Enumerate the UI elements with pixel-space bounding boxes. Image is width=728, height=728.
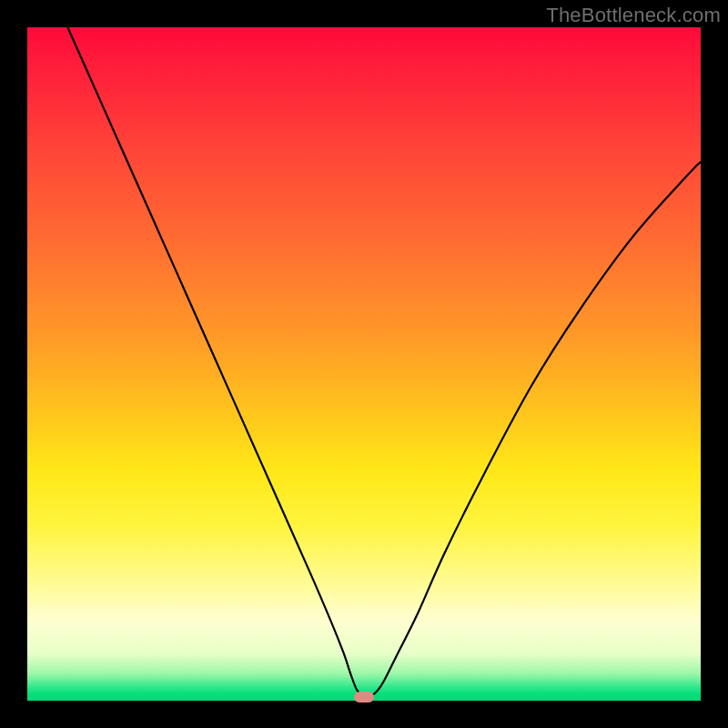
minimum-marker — [354, 692, 374, 703]
chart-frame: TheBottleneck.com — [0, 0, 728, 728]
plot-area — [27, 27, 701, 701]
bottleneck-curve — [27, 27, 701, 701]
watermark-text: TheBottleneck.com — [546, 4, 721, 27]
